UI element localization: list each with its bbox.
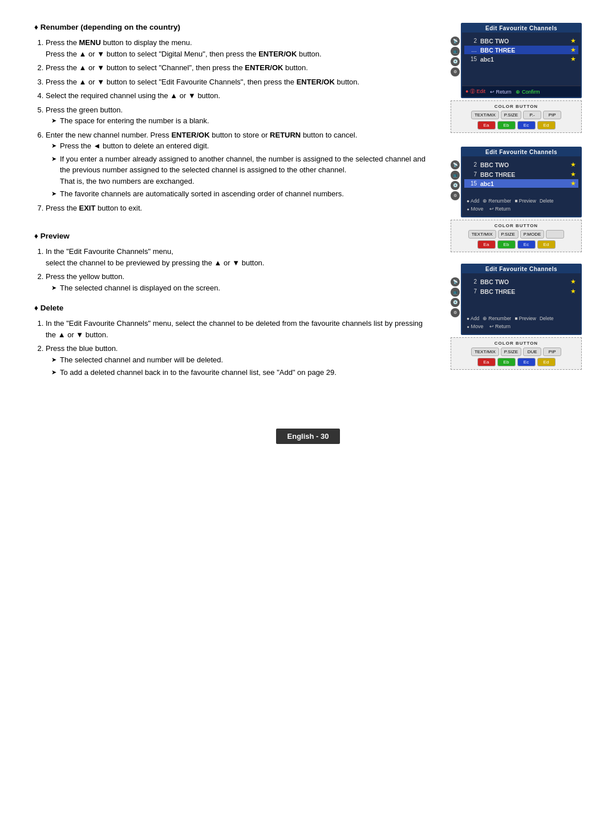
btn-psize-2[interactable]: P.SIZE (498, 230, 518, 239)
delete-tv-body: 2 BBC TWO ★ 7 BBC THREE ★ (462, 273, 581, 334)
preview-tv-left-icons: 📡 📺 💿 ⚙ (451, 147, 461, 220)
preview-ch-3: 15 abc1 ★ (464, 179, 578, 188)
renumber-steps: Press the MENU button to display the men… (34, 37, 433, 213)
delete-ch-1: 2 BBC TWO ★ (467, 277, 576, 286)
delete-tv-wrap: 📡 📺 💿 ⚙ Edit Favourite Channels 2 BBC TW… (451, 264, 582, 370)
preview-title: ♦ Preview (34, 232, 433, 240)
btn-yellow-2[interactable]: Ed (537, 240, 556, 249)
preview-tv-screen: Edit Favourite Channels 2 BBC TWO ★ 7 BB… (461, 147, 582, 220)
delete-move-row: ⬥ Move ↩ Return (467, 322, 576, 330)
btn-pip[interactable]: PIP (543, 111, 561, 119)
preview-tv-wrap: 📡 📺 💿 ⚙ Edit Favourite Channels 2 BBC TW… (451, 147, 582, 252)
preview-add-row: ● Add ⊕ Renumber ■ Preview Delete (467, 197, 576, 205)
step-4: Select the required channel using the ▲ … (46, 90, 433, 102)
footer-label: English - 30 (276, 429, 341, 444)
btn-pip-2[interactable]: PIP (543, 348, 561, 356)
btn-textmix[interactable]: TEXT/MIX (471, 111, 499, 119)
section-delete: ♦ Delete In the "Edit Favourite Channels… (34, 304, 433, 378)
preview-remote-row1: TEXT/MIX P.SIZE P.MODE (456, 230, 577, 239)
preview-move-row: ⬥ Move ↩ Return (467, 205, 576, 213)
delete-tv-header: Edit Favourite Channels (462, 265, 581, 273)
renumber-tv-left-icons: 📡 📺 💿 ⚙ (451, 23, 461, 100)
delete-steps: In the "Edit Favourite Channels" menu, s… (34, 318, 433, 378)
delete-remote-label: COLOR BUTTON (456, 341, 577, 346)
delete-tv-screen: Edit Favourite Channels 2 BBC TWO ★ 7 BB… (461, 264, 582, 337)
btn-blue-2[interactable]: Ec (517, 240, 536, 249)
btn-green-2[interactable]: Eb (497, 240, 516, 249)
btn-red[interactable]: Ea (477, 121, 496, 130)
step-7: Press the EXIT button to exit. (46, 203, 433, 214)
delete-step-2-sub2: To add a deleted channel back in to the … (51, 367, 433, 378)
btn-pminus[interactable]: P.- (523, 111, 541, 119)
delete-step-2-sub1: The selected channel and number will be … (51, 354, 433, 366)
btn-red-3[interactable]: Ea (477, 358, 496, 366)
btn-green[interactable]: Eb (497, 121, 516, 130)
right-column: 📡 📺 💿 ⚙ Edit Favourite Channels 2 BBC TW… (451, 23, 582, 389)
renumber-tv-footer: ● ⓖ Edit ↩ Return ⊕ Confirm (462, 86, 581, 97)
btn-yellow-3[interactable]: Ed (537, 358, 556, 366)
renumber-title: ♦ Renumber (depending on the country) (34, 23, 433, 31)
btn-blank (546, 230, 564, 239)
btn-green-3[interactable]: Eb (497, 358, 516, 366)
renumber-tv-wrap: 📡 📺 💿 ⚙ Edit Favourite Channels 2 BBC TW… (451, 23, 582, 133)
delete-remote-row2: Ea Eb Ec Ed (456, 358, 577, 366)
renumber-tv-body: 2 BBC TWO ★ … BBC THREE ★ 15 (462, 33, 581, 86)
footer-wrap: English - 30 (34, 406, 582, 444)
icon-antenna-3: 📺 (451, 288, 460, 297)
btn-yellow[interactable]: Ed (537, 121, 556, 130)
icon-disc: 💿 (451, 57, 460, 66)
step-6-sub2: If you enter a number already assigned t… (51, 154, 433, 187)
btn-red-2[interactable]: Ea (477, 240, 496, 249)
renumber-tv-with-icons: 📡 📺 💿 ⚙ Edit Favourite Channels 2 BBC TW… (451, 23, 582, 100)
step-5-sub: The space for entering the number is a b… (51, 115, 433, 127)
renumber-ch-1: 2 BBC TWO ★ (467, 36, 576, 46)
delete-tv: Edit Favourite Channels 2 BBC TWO ★ 7 BB… (461, 264, 582, 335)
preview-steps: In the "Edit Favourite Channels" menu, s… (34, 246, 433, 293)
step-6: Enter the new channel number. Press ENTE… (46, 130, 433, 200)
preview-step-2-sub: The selected channel is displayed on the… (51, 282, 433, 294)
delete-step-1: In the "Edit Favourite Channels" menu, s… (46, 318, 433, 340)
icon-disc-2: 💿 (451, 181, 460, 190)
btn-blue-3[interactable]: Ec (517, 358, 536, 366)
renumber-remote: COLOR BUTTON TEXT/MIX P.SIZE P.- PIP Ea … (451, 100, 582, 133)
preview-tv-body: 2 BBC TWO ★ 7 BBC THREE ★ 15 (462, 156, 581, 216)
delete-tv-left-icons: 📡 📺 💿 ⚙ (451, 264, 461, 337)
delete-ch-2: 7 BBC THREE ★ (467, 286, 576, 296)
btn-due[interactable]: DUE (523, 348, 541, 356)
preview-tv: Edit Favourite Channels 2 BBC TWO ★ 7 BB… (461, 147, 582, 217)
preview-step-1: In the "Edit Favourite Channels" menu, s… (46, 246, 433, 268)
preview-ch-2: 7 BBC THREE ★ (467, 169, 576, 179)
btn-psize[interactable]: P.SIZE (501, 111, 521, 119)
btn-psize-3[interactable]: P.SIZE (501, 348, 521, 356)
icon-antenna-2: 📺 (451, 171, 460, 180)
section-preview: ♦ Preview In the "Edit Favourite Channel… (34, 232, 433, 293)
delete-title: ♦ Delete (34, 304, 433, 312)
renumber-tv: Edit Favourite Channels 2 BBC TWO ★ … BB… (461, 23, 582, 98)
btn-textmix-2[interactable]: TEXT/MIX (468, 230, 496, 239)
btn-pmode[interactable]: P.MODE (520, 230, 545, 239)
renumber-tv-screen: Edit Favourite Channels 2 BBC TWO ★ … BB… (461, 23, 582, 100)
delete-remote: COLOR BUTTON TEXT/MIX P.SIZE DUE PIP Ea … (451, 337, 582, 370)
icon-satellite-3: 📡 (451, 277, 460, 286)
delete-step-2: Press the blue button. The selected chan… (46, 343, 433, 378)
preview-remote-label: COLOR BUTTON (456, 223, 577, 228)
left-column: ♦ Renumber (depending on the country) Pr… (34, 23, 439, 389)
icon-disc-3: 💿 (451, 298, 460, 307)
step-1: Press the MENU button to display the men… (46, 37, 433, 59)
btn-blue[interactable]: Ec (517, 121, 536, 130)
step-3: Press the ▲ or ▼ button to select "Edit … (46, 76, 433, 88)
btn-textmix-3[interactable]: TEXT/MIX (471, 348, 499, 356)
icon-antenna: 📺 (451, 47, 460, 56)
delete-remote-row1: TEXT/MIX P.SIZE DUE PIP (456, 348, 577, 356)
step-2: Press the ▲ or ▼ button to select "Chann… (46, 62, 433, 74)
step-5: Press the green button. The space for en… (46, 104, 433, 127)
renumber-remote-row1: TEXT/MIX P.SIZE P.- PIP (456, 111, 577, 119)
preview-remote-row2: Ea Eb Ec Ed (456, 240, 577, 249)
preview-remote: COLOR BUTTON TEXT/MIX P.SIZE P.MODE Ea E… (451, 220, 582, 252)
preview-ch-1: 2 BBC TWO ★ (467, 160, 576, 169)
page-content: ♦ Renumber (depending on the country) Pr… (34, 23, 582, 389)
preview-tv-header: Edit Favourite Channels (462, 148, 581, 156)
section-renumber: ♦ Renumber (depending on the country) Pr… (34, 23, 433, 213)
step-6-sub3: The favorite channels are automatically … (51, 188, 433, 200)
renumber-ch-3: 15 abc1 ★ (467, 54, 576, 64)
